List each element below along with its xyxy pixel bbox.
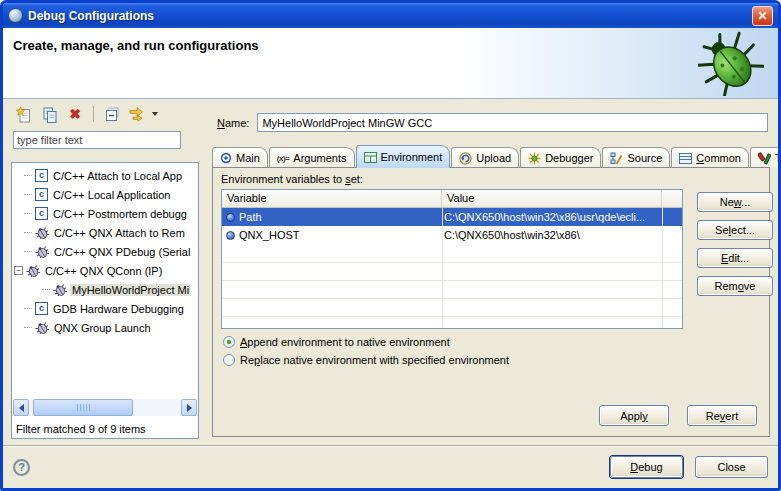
tree-item-qnx-qconn[interactable]: −C/C++ QNX QConn (IP) (12, 261, 197, 280)
configuration-detail-panel: Name: Main (x)= Arguments Environment (210, 100, 770, 445)
configurations-panel: ✖ cC/C++ Attach to Local App cC/C++ Loca… (11, 102, 199, 439)
c-application-icon: c (35, 169, 48, 182)
tree-item-attach-local[interactable]: cC/C++ Attach to Local App (12, 166, 197, 185)
tree-item-label: C/C++ Postmortem debugg (51, 208, 189, 220)
variable-name: Path (239, 211, 262, 223)
tree-item-label: C/C++ QNX PDebug (Serial (52, 246, 192, 258)
configurations-toolbar: ✖ (11, 102, 199, 126)
column-header-value[interactable]: Value (442, 190, 662, 207)
tree-item-qnx-pdebug[interactable]: C/C++ QNX PDebug (Serial (12, 242, 197, 261)
bug-icon (53, 283, 67, 296)
tab-environment[interactable]: Environment (356, 145, 451, 168)
filter-arrows-icon (129, 106, 147, 122)
column-header-variable[interactable]: Variable (222, 190, 442, 207)
help-button[interactable]: ? (13, 459, 30, 476)
apply-revert-row: Apply Revert (599, 405, 757, 426)
collapse-all-icon (104, 106, 120, 122)
new-document-icon (15, 106, 32, 123)
variable-icon (226, 231, 235, 240)
duplicate-icon (41, 106, 58, 123)
toolbar-separator (93, 106, 94, 122)
variable-value: C:\QNX650\host\win32\x86\usr\qde\ecli... (442, 211, 682, 223)
close-button[interactable]: Close (695, 456, 768, 478)
duplicate-configuration-button[interactable] (39, 104, 59, 124)
revert-button[interactable]: Revert (687, 405, 757, 426)
tree-item-gdb-hardware[interactable]: cGDB Hardware Debugging (12, 299, 197, 318)
tab-label: Debugger (545, 152, 593, 164)
collapse-all-button[interactable] (102, 104, 122, 124)
tab-arguments[interactable]: (x)= Arguments (269, 147, 355, 168)
bug-icon (35, 245, 49, 258)
right-arrow-icon (187, 404, 192, 412)
tree-item-label: GDB Hardware Debugging (51, 303, 186, 315)
radio-label: Replace native environment with specifie… (240, 354, 509, 366)
environment-mode-radios: Append environment to native environment… (223, 336, 509, 366)
name-label: Name: (217, 117, 249, 129)
tab-source[interactable]: Source (602, 147, 670, 168)
filter-configurations-button[interactable] (128, 104, 148, 124)
bug-icon (26, 264, 40, 277)
dialog-content: ✖ cC/C++ Attach to Local App cC/C++ Loca… (3, 100, 778, 445)
tab-common[interactable]: Common (671, 147, 749, 168)
edit-variable-button[interactable]: Edit... (697, 248, 773, 268)
tab-label: Upload (476, 152, 511, 164)
app-icon (8, 8, 23, 23)
tab-main[interactable]: Main (212, 147, 268, 168)
close-icon: ✕ (757, 9, 767, 23)
close-window-button[interactable]: ✕ (752, 6, 773, 26)
tab-upload[interactable]: Upload (451, 147, 519, 168)
left-arrow-icon (19, 404, 24, 412)
select-variable-button[interactable]: Select... (697, 220, 773, 240)
new-configuration-button[interactable] (13, 104, 33, 124)
scrollbar-track[interactable] (29, 399, 181, 416)
c-application-icon: c (35, 188, 48, 201)
radio-selected-icon (223, 336, 235, 348)
filter-status: Filter matched 9 of 9 items (16, 423, 146, 435)
filter-input[interactable] (13, 131, 181, 149)
scroll-left-arrow[interactable] (13, 399, 29, 416)
question-mark-icon: ? (18, 461, 25, 473)
scrollbar-thumb[interactable] (33, 399, 133, 416)
tools-icon (758, 152, 771, 165)
collapse-expander-icon[interactable]: − (14, 266, 23, 275)
tree-item-local-application[interactable]: cC/C++ Local Application (12, 185, 197, 204)
title-bar[interactable]: Debug Configurations ✕ (3, 3, 778, 28)
remove-variable-button[interactable]: Remove (697, 276, 773, 296)
tab-tools[interactable]: Tools (750, 147, 781, 168)
replace-environment-radio[interactable]: Replace native environment with specifie… (223, 354, 509, 366)
tree-item-qnx-group-launch[interactable]: QNX Group Launch (12, 318, 197, 337)
tab-debugger[interactable]: Debugger (520, 147, 601, 168)
tab-label: Environment (381, 151, 443, 163)
new-variable-button[interactable]: New... (697, 192, 773, 212)
env-vars-label: Environment variables to set: (221, 173, 363, 185)
debug-configurations-dialog: Debug Configurations ✕ Create, manage, a… (0, 0, 781, 491)
list-icon (679, 153, 692, 164)
radio-label: Append environment to native environment (240, 336, 450, 348)
delete-configuration-button[interactable]: ✖ (65, 104, 85, 124)
upload-icon (459, 152, 472, 165)
horizontal-scrollbar[interactable] (13, 399, 197, 416)
tab-label: Common (696, 152, 741, 164)
configurations-tree: cC/C++ Attach to Local App cC/C++ Local … (12, 166, 197, 396)
header-banner: Create, manage, and run configurations (3, 28, 778, 99)
env-variables-table: Variable Value Path C:\QNX650\host\win32… (221, 189, 683, 329)
apply-button[interactable]: Apply (599, 405, 669, 426)
tree-item-postmortem[interactable]: cC/C++ Postmortem debugg (12, 204, 197, 223)
filter-dropdown-arrow-icon[interactable] (152, 112, 158, 116)
button-bar: ? Debug Close (3, 445, 778, 488)
table-row-qnx-host[interactable]: QNX_HOST C:\QNX650\host\win32\x86\ (222, 226, 682, 244)
table-row-path[interactable]: Path C:\QNX650\host\win32\x86\usr\qde\ec… (222, 208, 682, 226)
environment-table-icon (364, 152, 377, 163)
scroll-right-arrow[interactable] (181, 399, 197, 416)
tree-item-myhelloworldproject[interactable]: MyHelloWorldProject Mi (12, 280, 197, 299)
source-tree-icon (610, 152, 623, 165)
table-empty-area (222, 245, 682, 328)
tree-item-label: C/C++ QNX Attach to Rem (52, 227, 187, 239)
tree-item-qnx-attach[interactable]: C/C++ QNX Attach to Rem (12, 223, 197, 242)
window-title: Debug Configurations (28, 9, 752, 23)
debug-button[interactable]: Debug (610, 456, 683, 478)
tab-label: Source (627, 152, 662, 164)
append-environment-radio[interactable]: Append environment to native environment (223, 336, 509, 348)
name-input[interactable] (257, 113, 768, 132)
target-icon (220, 152, 232, 164)
